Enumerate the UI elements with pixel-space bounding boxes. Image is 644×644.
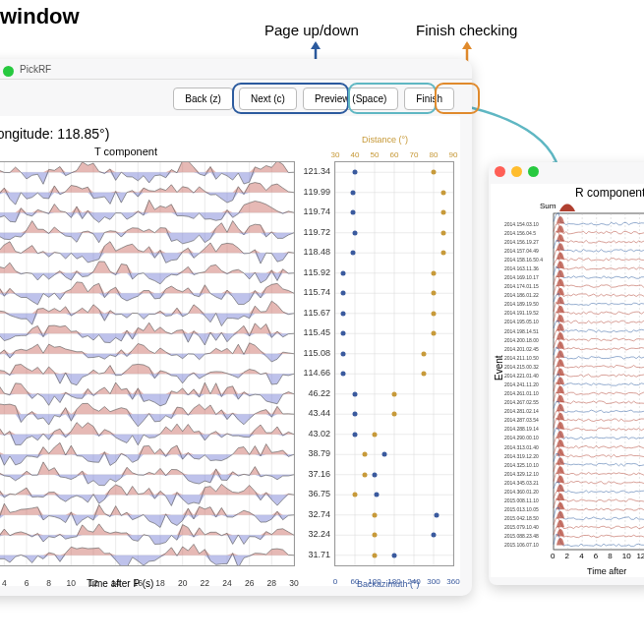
t-component-plot[interactable]: 024681012141618202224262830 [0, 161, 295, 566]
zoom-icon[interactable] [3, 66, 14, 77]
group-rect-finish [435, 83, 480, 114]
toolbar: Back (z) Next (c) Preview (Space) Finish [0, 80, 472, 116]
group-rect-page [232, 83, 349, 114]
group-rect-preview [348, 83, 437, 114]
window-title: PickRF [0, 59, 472, 80]
r-components-plot[interactable]: R components Sum Event Time after 2014.1… [491, 184, 644, 577]
dist-top-label: Distance (°) [362, 135, 408, 145]
preview-window: R components Sum Event Time after 2014.1… [489, 162, 644, 585]
baz-bot-label: Backazimuth (°) [357, 579, 420, 589]
annot-page-updown: Page up/down [264, 22, 359, 38]
svg-marker-3 [462, 41, 472, 49]
distance-baz-plot[interactable]: 30405060708090 060120180240300360 [334, 161, 454, 566]
annot-finish-checking: Finish checking [416, 22, 517, 38]
page-title: window [0, 4, 80, 29]
preview-traffic-lights [495, 166, 539, 177]
minimize-icon[interactable] [511, 166, 522, 177]
row-value-labels: 121.34119.99119.74119.72118.48115.92115.… [295, 161, 332, 564]
xlabel-time: Time after P (s) [87, 578, 153, 589]
back-button[interactable]: Back (z) [173, 88, 233, 110]
main-window: PickRF Back (z) Next (c) Preview (Space)… [0, 59, 472, 596]
close-icon[interactable] [495, 166, 505, 177]
tplot-title: T component [0, 146, 293, 157]
zoom-icon[interactable] [528, 166, 539, 177]
window-traffic-lights [0, 66, 14, 77]
svg-marker-1 [311, 41, 321, 49]
plot-area: 05°, Longitude: 118.85°) T component 024… [0, 116, 460, 586]
